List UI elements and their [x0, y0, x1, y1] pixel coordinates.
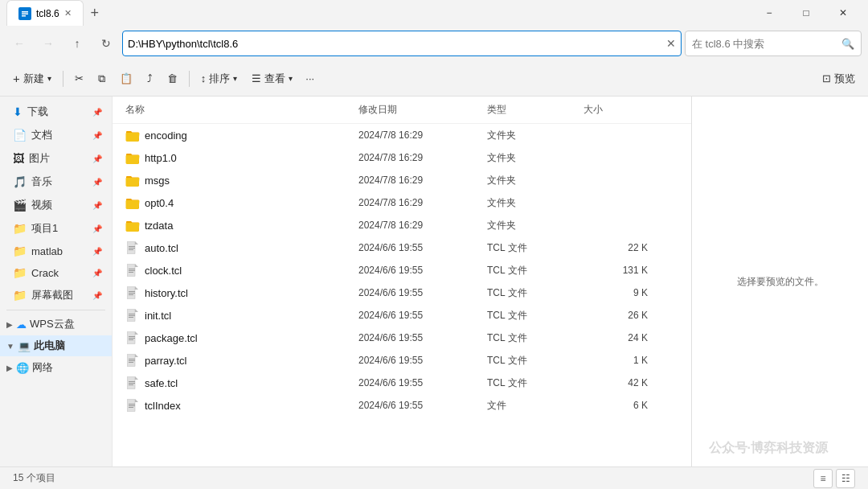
toolbar-separator-1: [63, 71, 63, 87]
table-row[interactable]: clock.tcl2024/6/6 19:55TCL 文件131 K: [113, 259, 691, 281]
table-row[interactable]: msgs2024/7/8 16:29文件夹: [113, 169, 691, 191]
file-date: 2024/7/8 16:29: [358, 129, 487, 141]
table-row[interactable]: history.tcl2024/6/6 19:55TCL 文件9 K: [113, 281, 691, 304]
file-icon: [125, 263, 140, 277]
file-type: TCL 文件: [487, 309, 583, 323]
preview-hint: 选择要预览的文件。: [737, 275, 824, 289]
svg-rect-42: [127, 376, 135, 380]
sidebar-label-download: 下载: [27, 105, 48, 119]
sort-label: 排序: [209, 72, 230, 86]
network-icon: 🌐: [16, 362, 29, 374]
crack-icon: 📁: [13, 266, 27, 279]
table-row[interactable]: encoding2024/7/8 16:29文件夹: [113, 124, 691, 146]
svg-rect-13: [129, 269, 135, 269]
col-header-size[interactable]: 大小: [583, 100, 648, 120]
file-icon: [125, 398, 140, 413]
table-row[interactable]: http1.02024/7/8 16:29文件夹: [113, 146, 691, 169]
address-input-wrap: ✕: [122, 31, 682, 56]
file-size: 24 K: [583, 332, 648, 343]
col-header-type[interactable]: 类型: [487, 100, 583, 120]
sidebar-label-document: 文档: [31, 128, 52, 142]
sort-button[interactable]: ↕ 排序 ▾: [194, 66, 244, 92]
paste-button[interactable]: 📋: [113, 66, 139, 92]
table-row[interactable]: package.tcl2024/6/6 19:55TCL 文件24 K: [113, 327, 691, 349]
svg-marker-29: [135, 331, 138, 335]
sidebar-item-crack[interactable]: 📁 Crack 📌: [3, 262, 108, 283]
sidebar-item-wps[interactable]: ▶ ☁ WPS云盘: [0, 314, 112, 335]
file-type: TCL 文件: [487, 376, 583, 390]
address-clear-button[interactable]: ✕: [666, 37, 676, 50]
sort-icon: ↕: [201, 72, 207, 84]
file-date: 2024/6/6 19:55: [358, 287, 487, 298]
up-button[interactable]: ↑: [64, 31, 90, 56]
active-tab[interactable]: tcl8.6 ✕: [6, 0, 84, 26]
sidebar-label-image: 图片: [29, 151, 50, 166]
new-tab-button[interactable]: +: [84, 2, 106, 24]
sidebar-item-network[interactable]: ▶ 🌐 网络: [0, 357, 112, 378]
close-button[interactable]: ✕: [825, 0, 862, 26]
sidebar-item-matlab[interactable]: 📁 matlab 📌: [3, 240, 108, 261]
table-row[interactable]: auto.tcl2024/6/6 19:55TCL 文件22 K: [113, 236, 691, 259]
tab-strip: tcl8.6 ✕ +: [6, 0, 106, 26]
table-row[interactable]: safe.tcl2024/6/6 19:55TCL 文件42 K: [113, 372, 691, 394]
file-date: 2024/7/8 16:29: [358, 220, 487, 231]
forward-button[interactable]: →: [35, 31, 61, 56]
music-icon: 🎵: [13, 175, 27, 188]
table-row[interactable]: tclIndex2024/6/6 19:55文件6 K: [113, 394, 691, 417]
list-view-button[interactable]: ≡: [813, 469, 833, 488]
svg-rect-37: [129, 359, 135, 360]
view-button[interactable]: ☰ 查看 ▾: [245, 66, 299, 92]
sidebar-label-screenshot: 屏幕截图: [31, 288, 73, 302]
sidebar-item-video[interactable]: 🎬 视频 📌: [3, 194, 108, 216]
column-headers: 名称 修改日期 类型 大小: [113, 97, 691, 124]
svg-rect-12: [127, 264, 135, 267]
new-button[interactable]: + 新建 ▾: [6, 66, 58, 92]
folder-icon: [125, 150, 140, 165]
sidebar-label-crack: Crack: [31, 267, 59, 279]
more-button[interactable]: ···: [301, 66, 319, 92]
thispc-icon: 💻: [18, 340, 31, 352]
sidebar-label-thispc: 此电脑: [34, 339, 65, 353]
svg-rect-27: [129, 317, 133, 318]
maximize-button[interactable]: □: [788, 0, 825, 26]
svg-rect-2: [22, 13, 28, 14]
pin-icon-image: 📌: [92, 154, 102, 163]
svg-rect-18: [127, 286, 135, 290]
toolbar-separator-2: [189, 71, 190, 87]
preview-label: 预览: [834, 72, 855, 86]
svg-rect-39: [129, 362, 133, 363]
address-input[interactable]: [128, 38, 663, 50]
tab-close-button[interactable]: ✕: [64, 8, 72, 18]
delete-button[interactable]: 🗑: [161, 66, 184, 92]
preview-button[interactable]: ⊡ 预览: [816, 66, 862, 92]
copy-button[interactable]: ⧉: [92, 66, 112, 92]
view-dropdown-icon: ▾: [289, 74, 293, 83]
file-name: parray.tcl: [145, 355, 358, 367]
sidebar-item-project[interactable]: 📁 项目1 📌: [3, 217, 108, 240]
sidebar-item-screenshot[interactable]: 📁 屏幕截图 📌: [3, 284, 108, 306]
refresh-button[interactable]: ↻: [93, 31, 119, 56]
table-row[interactable]: opt0.42024/7/8 16:29文件夹: [113, 191, 691, 214]
table-row[interactable]: init.tcl2024/6/6 19:55TCL 文件26 K: [113, 304, 691, 327]
back-button[interactable]: ←: [6, 31, 32, 56]
cut-button[interactable]: ✂: [68, 66, 90, 92]
sidebar-item-image[interactable]: 🖼 图片 📌: [3, 147, 108, 170]
sidebar-item-document[interactable]: 📄 文档 📌: [3, 124, 108, 146]
share-button[interactable]: ⤴: [141, 66, 159, 92]
table-row[interactable]: tzdata2024/7/8 16:29文件夹: [113, 214, 691, 236]
minimize-button[interactable]: −: [751, 0, 788, 26]
sidebar-label-network: 网络: [32, 360, 53, 375]
delete-icon: 🗑: [167, 72, 178, 84]
sidebar-item-music[interactable]: 🎵 音乐 📌: [3, 171, 108, 193]
file-type: 文件夹: [487, 219, 583, 232]
file-date: 2024/6/6 19:55: [358, 265, 487, 276]
sidebar-label-music: 音乐: [31, 175, 52, 189]
col-header-date[interactable]: 修改日期: [358, 100, 487, 120]
sidebar-item-download[interactable]: ⬇ 下载 📌: [3, 101, 108, 123]
table-row[interactable]: parray.tcl2024/6/6 19:55TCL 文件1 K: [113, 349, 691, 372]
sidebar-item-thispc[interactable]: ▼ 💻 此电脑: [0, 335, 112, 356]
search-input[interactable]: [692, 38, 838, 50]
svg-marker-17: [135, 286, 138, 290]
grid-view-button[interactable]: ☷: [836, 469, 855, 488]
col-header-name[interactable]: 名称: [125, 100, 358, 120]
